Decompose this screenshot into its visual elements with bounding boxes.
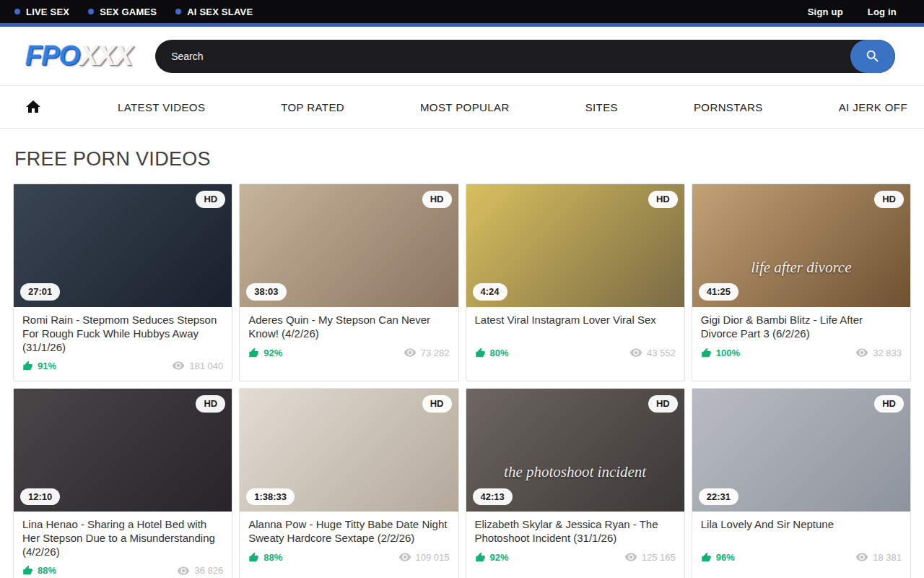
video-thumbnail[interactable]: HD 12:10 — [14, 389, 232, 512]
thumbs-up-icon — [475, 552, 486, 563]
video-info: Latest Viral Instagram Lover Viral Sex 8… — [466, 307, 684, 368]
video-title[interactable]: Alanna Pow - Huge Titty Babe Date Night … — [248, 518, 449, 545]
video-info: Romi Rain - Stepmom Seduces Stepson For … — [14, 307, 232, 381]
duration-badge: 4:24 — [473, 283, 507, 301]
logo-part-1: FPO — [25, 40, 79, 71]
video-thumbnail[interactable]: HD 22:31 — [692, 389, 910, 512]
views-value: 18 381 — [873, 552, 902, 563]
video-card[interactable]: HD life after divorce 41:25 Gigi Dior & … — [692, 184, 911, 381]
views: 125 165 — [624, 551, 676, 564]
views: 109 015 — [398, 551, 450, 564]
nav-most-popular[interactable]: MOST POPULAR — [420, 101, 510, 113]
likes-value: 100% — [716, 348, 740, 358]
hd-badge: HD — [874, 395, 904, 413]
video-card[interactable]: HD 1:38:33 Alanna Pow - Huge Titty Babe … — [239, 388, 458, 578]
likes: 80% — [475, 348, 509, 358]
eye-icon — [177, 564, 190, 577]
video-card[interactable]: HD 27:01 Romi Rain - Stepmom Seduces Ste… — [13, 184, 232, 381]
hd-badge: HD — [422, 191, 452, 208]
video-grid: HD 27:01 Romi Rain - Stepmom Seduces Ste… — [13, 184, 911, 578]
video-card[interactable]: HD the photoshoot incident 42:13 Elizabe… — [466, 388, 685, 578]
thumbnail-overlay-text: the photoshoot incident — [472, 463, 679, 481]
topbar-link-sex-games[interactable]: SEX GAMES — [88, 7, 157, 17]
main-nav: LATEST VIDEOS TOP RATED MOST POPULAR SIT… — [0, 85, 924, 129]
video-info: Lila Lovely And Sir Neptune 96% — [692, 512, 910, 572]
video-title[interactable]: Latest Viral Instagram Lover Viral Sex — [475, 314, 676, 341]
likes: 92% — [475, 552, 509, 563]
hd-badge: HD — [422, 395, 452, 413]
duration-badge: 38:03 — [246, 283, 286, 301]
duration-badge: 41:25 — [699, 283, 738, 301]
top-bar: LIVE SEX SEX GAMES AI SEX SLAVE Sign up … — [0, 0, 924, 27]
thumbs-up-icon — [248, 348, 259, 358]
thumbs-up-icon — [475, 348, 486, 358]
thumbs-up-icon — [22, 565, 33, 576]
bullet-icon — [88, 9, 94, 14]
hd-badge: HD — [196, 191, 225, 208]
likes: 91% — [22, 361, 56, 371]
nav-top-rated[interactable]: TOP RATED — [281, 101, 344, 113]
video-title[interactable]: Gigi Dior & Bambi Blitz - Life After Div… — [701, 314, 902, 341]
site-logo[interactable]: FPOXXX — [25, 40, 132, 72]
topbar-link-ai-sex-slave[interactable]: AI SEX SLAVE — [175, 7, 253, 17]
search-button[interactable] — [850, 40, 895, 73]
likes: 92% — [248, 348, 282, 358]
views: 32 833 — [855, 346, 902, 359]
nav-home[interactable] — [25, 98, 42, 116]
duration-badge: 1:38:33 — [246, 488, 295, 506]
likes-value: 91% — [38, 361, 56, 371]
search-input[interactable] — [155, 51, 850, 62]
views: 73 282 — [404, 346, 450, 359]
signup-link[interactable]: Sign up — [808, 7, 843, 17]
video-card[interactable]: HD 38:03 Aderes Quin - My Stepson Can Ne… — [239, 184, 458, 381]
views: 18 381 — [855, 551, 902, 564]
video-stats: 80% 43 552 — [475, 346, 676, 359]
video-card[interactable]: HD 12:10 Lina Henao - Sharing a Hotel Be… — [13, 388, 232, 578]
video-card[interactable]: HD 22:31 Lila Lovely And Sir Neptune 96% — [692, 388, 911, 578]
video-title[interactable]: Lina Henao - Sharing a Hotel Bed with He… — [22, 518, 223, 558]
likes: 100% — [701, 348, 740, 358]
page-title: FREE PORN VIDEOS — [14, 148, 911, 171]
video-title[interactable]: Aderes Quin - My Stepson Can Never Know!… — [248, 314, 449, 341]
nav-latest-videos[interactable]: LATEST VIDEOS — [118, 101, 205, 113]
video-info: Aderes Quin - My Stepson Can Never Know!… — [240, 307, 458, 368]
thumbs-up-icon — [248, 552, 259, 563]
video-thumbnail[interactable]: HD 1:38:33 — [240, 389, 458, 512]
eye-icon — [172, 359, 185, 372]
login-link[interactable]: Log in — [868, 7, 897, 17]
video-info: Gigi Dior & Bambi Blitz - Life After Div… — [692, 307, 910, 368]
eye-icon — [855, 346, 868, 359]
video-title[interactable]: Lila Lovely And Sir Neptune — [701, 518, 902, 545]
video-title[interactable]: Romi Rain - Stepmom Seduces Stepson For … — [22, 314, 223, 354]
video-thumbnail[interactable]: HD the photoshoot incident 42:13 — [466, 389, 684, 512]
duration-badge: 42:13 — [473, 488, 513, 506]
bullet-icon — [14, 9, 20, 14]
video-thumbnail[interactable]: HD 38:03 — [240, 184, 458, 307]
topbar-link-label: SEX GAMES — [100, 7, 157, 17]
likes-value: 92% — [263, 348, 282, 358]
video-thumbnail[interactable]: HD life after divorce 41:25 — [692, 184, 910, 307]
nav-ai-jerk-off[interactable]: AI JERK OFF — [839, 101, 907, 113]
video-thumbnail[interactable]: HD 27:01 — [14, 184, 232, 307]
nav-pornstars[interactable]: PORNSTARS — [694, 101, 763, 113]
thumbs-up-icon — [701, 552, 712, 563]
likes: 88% — [22, 565, 56, 576]
topbar-link-live-sex[interactable]: LIVE SEX — [14, 7, 69, 17]
account-links: Sign up Log in — [808, 7, 910, 17]
video-title[interactable]: Elizabeth Skylar & Jessica Ryan - The Ph… — [475, 518, 676, 545]
video-stats: 88% 109 015 — [248, 551, 449, 564]
video-stats: 100% 32 833 — [701, 346, 902, 359]
video-card[interactable]: HD 4:24 Latest Viral Instagram Lover Vir… — [466, 184, 685, 381]
nav-sites[interactable]: SITES — [585, 101, 618, 113]
views: 181 040 — [172, 359, 223, 372]
thumbnail-overlay-text: life after divorce — [698, 259, 905, 277]
views: 43 552 — [629, 346, 676, 359]
bullet-icon — [175, 9, 181, 14]
search-bar — [155, 40, 895, 73]
views: 36 826 — [177, 564, 223, 577]
main-content: FREE PORN VIDEOS HD 27:01 Romi Rain - St… — [0, 148, 924, 578]
video-stats: 92% 73 282 — [248, 346, 449, 359]
video-thumbnail[interactable]: HD 4:24 — [466, 184, 684, 307]
hd-badge: HD — [648, 395, 678, 413]
topbar-link-label: AI SEX SLAVE — [187, 7, 253, 17]
